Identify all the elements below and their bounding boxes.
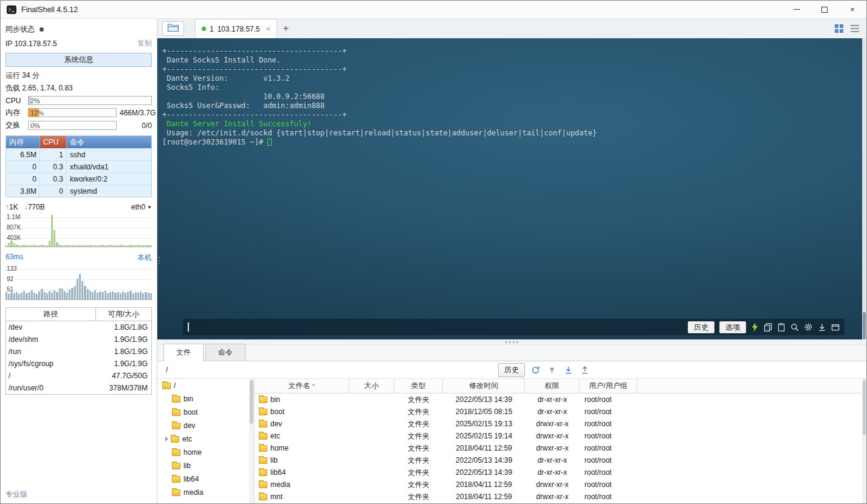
- disk-row[interactable]: /sys/fs/cgroup1.9G/1.9G: [6, 358, 151, 370]
- header-permission[interactable]: 权限: [525, 379, 580, 393]
- window-mode-icon[interactable]: [831, 323, 840, 332]
- terminal-scrollbar-thumb[interactable]: [863, 312, 866, 339]
- tab-files[interactable]: 文件: [163, 344, 204, 361]
- parent-directory-icon[interactable]: [546, 364, 558, 376]
- terminal[interactable]: +---------------------------------------…: [157, 38, 866, 339]
- tree-item-boot[interactable]: boot: [157, 406, 254, 419]
- process-row[interactable]: 3.8M0systemd: [6, 185, 151, 197]
- sort-asc-icon: ^: [312, 383, 315, 390]
- refresh-icon[interactable]: [529, 364, 541, 376]
- file-table-scrollbar[interactable]: [862, 379, 866, 504]
- header-mtime[interactable]: 修改时间: [443, 379, 525, 393]
- ip-row: IP 103.178.57.5 复制: [5, 38, 152, 49]
- tree-item-lib[interactable]: lib: [157, 459, 254, 472]
- connections-button[interactable]: [162, 21, 184, 36]
- folder-icon: [259, 433, 267, 440]
- ping-target[interactable]: 本机: [137, 253, 152, 263]
- copy-ip-link[interactable]: 复制: [137, 38, 152, 49]
- close-button[interactable]: ×: [838, 1, 866, 18]
- sidebar-splitter[interactable]: [159, 257, 160, 264]
- file-table-scrollbar-thumb[interactable]: [863, 380, 866, 435]
- process-row[interactable]: 00.3xfsaild/vda1: [6, 160, 151, 172]
- tree-item-media[interactable]: media: [157, 486, 254, 499]
- process-header-cpu[interactable]: CPU: [40, 136, 67, 148]
- history-button[interactable]: 历史: [688, 321, 715, 333]
- file-row[interactable]: lib文件夹2022/05/13 14:39dr-xr-xr-xroot/roo…: [255, 454, 866, 466]
- download-file-icon[interactable]: [562, 364, 574, 376]
- file-row[interactable]: bin文件夹2022/05/13 14:39dr-xr-xr-xroot/roo…: [255, 393, 866, 406]
- tab-close-icon[interactable]: ×: [266, 24, 271, 33]
- load-text: 负载 2.65, 1.74, 0.83: [5, 83, 152, 94]
- tree-item-root[interactable]: /: [157, 379, 254, 392]
- file-row[interactable]: boot文件夹2018/12/05 08:15dr-xr-xr-xroot/ro…: [255, 406, 866, 418]
- folder-icon: [172, 489, 180, 496]
- folder-icon: [259, 457, 267, 464]
- file-row[interactable]: mnt文件夹2018/04/11 12:59drwxr-xr-xroot/roo…: [255, 491, 866, 503]
- minimize-button[interactable]: [783, 1, 810, 18]
- sync-status-label: 同步状态: [5, 24, 35, 35]
- folder-icon: [162, 383, 171, 389]
- command-input-bar[interactable]: 历史 选项: [183, 319, 845, 335]
- file-row[interactable]: lib64文件夹2022/05/13 14:39dr-xr-xr-xroot/r…: [255, 466, 866, 478]
- tab-commands[interactable]: 命令: [205, 344, 245, 361]
- file-row[interactable]: etc文件夹2025/02/15 19:14drwxr-xr-xroot/roo…: [255, 430, 866, 442]
- maximize-button[interactable]: [810, 1, 838, 18]
- path-field[interactable]: /: [166, 366, 494, 374]
- tree-item-bin[interactable]: bin: [157, 392, 254, 406]
- tree-item-etc[interactable]: etc: [157, 432, 254, 446]
- header-filename[interactable]: 文件名 ^: [255, 379, 349, 393]
- disk-header-size[interactable]: 可用/大小: [96, 308, 151, 321]
- paste-icon[interactable]: [777, 323, 786, 332]
- swap-value: 0/0: [120, 121, 152, 130]
- file-row[interactable]: dev文件夹2025/02/15 19:13drwxr-xr-xroot/roo…: [255, 418, 866, 430]
- sync-status-row: 同步状态: [5, 24, 152, 35]
- disk-row[interactable]: /47.7G/50G: [6, 370, 151, 382]
- tree-scrollbar-thumb[interactable]: [250, 380, 253, 424]
- ping-chart: 133 92 51: [5, 265, 152, 300]
- ping-scale-3: 51: [7, 286, 13, 293]
- upload-file-icon[interactable]: [578, 364, 591, 376]
- process-header-memory[interactable]: 内存: [6, 136, 40, 148]
- header-owner[interactable]: 用户/用户组: [580, 379, 637, 393]
- panel-splitter[interactable]: [157, 339, 866, 345]
- tree-scrollbar[interactable]: [249, 379, 254, 504]
- process-table-body: 6.5M1sshd00.3xfsaild/vda100.3kworker/0:2…: [6, 148, 151, 197]
- system-info-button[interactable]: 系统信息: [5, 53, 152, 67]
- file-row[interactable]: home文件夹2018/04/11 12:59drwxr-xr-xroot/ro…: [255, 442, 866, 454]
- process-header-command[interactable]: 命令: [67, 136, 151, 148]
- header-type[interactable]: 类型: [394, 379, 443, 393]
- header-size[interactable]: 大小: [349, 379, 394, 393]
- window-title: FinalShell 4.5.12: [21, 5, 78, 14]
- file-toolbar: / 历史: [157, 361, 866, 378]
- disk-row[interactable]: /dev/shm1.9G/1.9G: [6, 333, 151, 346]
- download-icon[interactable]: [818, 323, 826, 332]
- terminal-line: +---------------------------------------…: [162, 47, 866, 56]
- terminal-line: Usage: /etc/init.d/sockd {start|stop|res…: [162, 129, 866, 138]
- process-row[interactable]: 00.3kworker/0:2: [6, 172, 151, 185]
- new-tab-button[interactable]: +: [277, 20, 294, 37]
- disk-row[interactable]: /run/user/0378M/378M: [6, 382, 151, 394]
- search-icon[interactable]: [790, 323, 799, 332]
- disk-header-path[interactable]: 路径: [6, 308, 96, 321]
- tree-item-lib64[interactable]: lib64: [157, 472, 254, 486]
- options-button[interactable]: 选项: [719, 321, 746, 333]
- disk-row[interactable]: /run1.8G/1.9G: [6, 346, 151, 358]
- tree-item-dev[interactable]: dev: [157, 419, 254, 432]
- lightning-icon[interactable]: [751, 322, 759, 332]
- ping-header: 63ms 本机: [5, 253, 152, 263]
- disk-row[interactable]: /dev1.8G/1.8G: [6, 321, 151, 333]
- layout-grid-icon[interactable]: [835, 24, 843, 33]
- path-history-button[interactable]: 历史: [498, 363, 525, 377]
- upload-rate: 1K: [9, 203, 18, 211]
- interface-selector[interactable]: eth0 ▼: [131, 203, 152, 211]
- terminal-scrollbar[interactable]: [862, 38, 866, 339]
- tree-item-home[interactable]: home: [157, 446, 254, 459]
- titlebar[interactable]: FinalShell 4.5.12 ×: [1, 1, 866, 19]
- process-row[interactable]: 6.5M1sshd: [6, 148, 151, 160]
- file-row[interactable]: media文件夹2018/04/11 12:59drwxr-xr-xroot/r…: [255, 478, 866, 491]
- session-tab[interactable]: 1 103.178.57.5 ×: [195, 19, 277, 38]
- copy-icon[interactable]: [764, 323, 772, 332]
- settings-gear-icon[interactable]: [804, 322, 813, 332]
- chevron-right-icon[interactable]: [165, 437, 168, 441]
- menu-icon[interactable]: [851, 25, 859, 32]
